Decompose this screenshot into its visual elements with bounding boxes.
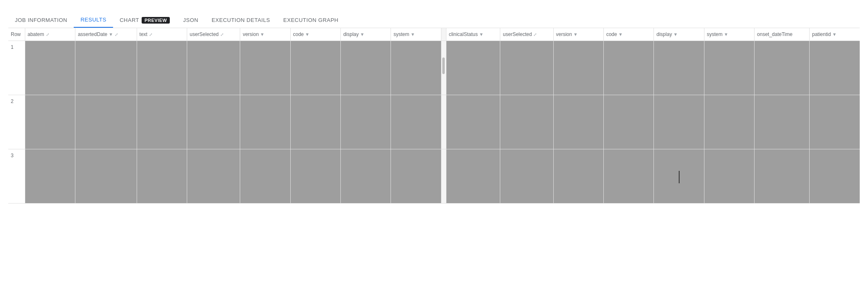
cell-content-abatem-row1 bbox=[25, 41, 75, 95]
cell-content-userSelected2-row1 bbox=[500, 41, 553, 95]
tab-results[interactable]: RESULTS bbox=[74, 12, 113, 28]
cell-version2-row3 bbox=[553, 149, 603, 204]
cell-assertedDate-row3 bbox=[75, 149, 137, 204]
cell-display2-row3 bbox=[654, 149, 704, 204]
cell-display-row2 bbox=[340, 95, 391, 149]
cell-abatem-row3 bbox=[25, 149, 75, 204]
cell-content-system2-row2 bbox=[704, 95, 754, 149]
cell-content-code2-row3 bbox=[604, 149, 653, 203]
cell-content-version-row3 bbox=[240, 149, 290, 203]
sort-icon-system2[interactable]: ▼ bbox=[724, 32, 728, 37]
sort-icon-system[interactable]: ▼ bbox=[410, 32, 415, 37]
cell-divider bbox=[441, 95, 446, 149]
sort-icon-version[interactable]: ▼ bbox=[260, 32, 265, 37]
col-row: Row bbox=[8, 28, 25, 41]
cell-content-userSelected-row2 bbox=[187, 95, 240, 149]
cell-divider bbox=[441, 41, 446, 95]
cell-content-display2-row2 bbox=[654, 95, 704, 149]
cell-abatem-row1 bbox=[25, 41, 75, 95]
col-display: display▼ bbox=[340, 28, 391, 41]
tab-json[interactable]: JSON bbox=[176, 13, 205, 27]
cell-content-abatem-row3 bbox=[25, 149, 75, 203]
cell-code-row3 bbox=[290, 149, 340, 204]
table-row: 3 bbox=[8, 149, 860, 204]
col-system: system▼ bbox=[391, 28, 441, 41]
sort-icon-patientid[interactable]: ▼ bbox=[832, 32, 837, 37]
cell-display-row1 bbox=[340, 41, 391, 95]
sort-icon-assertedDate[interactable]: ▼ bbox=[108, 32, 113, 37]
col-display2: display▼ bbox=[654, 28, 704, 41]
cell-content-text-row2 bbox=[137, 95, 187, 149]
expand-icon-abatem[interactable]: ⤢ bbox=[46, 32, 49, 37]
cell-content-userSelected2-row2 bbox=[500, 95, 553, 149]
tab-chart[interactable]: CHARTPREVIEW bbox=[113, 13, 176, 28]
cell-content-system-row2 bbox=[391, 95, 441, 149]
sort-icon-display2[interactable]: ▼ bbox=[673, 32, 678, 37]
cell-version-row3 bbox=[240, 149, 290, 204]
cell-version-row2 bbox=[240, 95, 290, 149]
sort-icon-code[interactable]: ▼ bbox=[305, 32, 310, 37]
table-wrapper[interactable]: Rowabatem⤢assertedDate▼⤢text⤢userSelecte… bbox=[8, 28, 860, 204]
cell-patientid-row1 bbox=[810, 41, 860, 95]
cell-userSelected2-row3 bbox=[500, 149, 553, 204]
cell-content-clinicalStatus-row2 bbox=[446, 95, 500, 149]
tab-label-execution-graph: EXECUTION GRAPH bbox=[283, 17, 338, 23]
cell-code2-row1 bbox=[603, 41, 653, 95]
cell-userSelected-row1 bbox=[187, 41, 240, 95]
tab-execution-details[interactable]: EXECUTION DETAILS bbox=[205, 13, 277, 27]
cell-content-onset_dateTime-row3 bbox=[755, 149, 809, 203]
expand-icon-text[interactable]: ⤢ bbox=[149, 32, 152, 37]
cell-display-row3 bbox=[340, 149, 391, 204]
scroll-handle[interactable] bbox=[442, 58, 445, 74]
sort-icon-display[interactable]: ▼ bbox=[360, 32, 364, 37]
cell-content-code-row3 bbox=[291, 149, 340, 203]
cell-content-display-row2 bbox=[341, 95, 391, 149]
cell-divider bbox=[441, 149, 446, 204]
expand-icon-assertedDate[interactable]: ⤢ bbox=[115, 32, 118, 37]
expand-icon-userSelected2[interactable]: ⤢ bbox=[533, 32, 537, 37]
sort-icon-clinicalStatus[interactable]: ▼ bbox=[479, 32, 484, 37]
col-version: version▼ bbox=[240, 28, 290, 41]
expand-icon-userSelected[interactable]: ⤢ bbox=[220, 32, 224, 37]
cell-content-assertedDate-row1 bbox=[75, 41, 137, 95]
cell-assertedDate-row1 bbox=[75, 41, 137, 95]
cell-display2-row1 bbox=[654, 41, 704, 95]
cell-content-userSelected-row3 bbox=[187, 149, 240, 203]
cell-content-code2-row1 bbox=[604, 41, 653, 95]
cell-userSelected-row3 bbox=[187, 149, 240, 204]
cell-content-code-row2 bbox=[291, 95, 340, 149]
sort-icon-version2[interactable]: ▼ bbox=[573, 32, 578, 37]
tab-label-results: RESULTS bbox=[80, 17, 106, 23]
cell-content-version-row2 bbox=[240, 95, 290, 149]
tab-job-information[interactable]: JOB INFORMATION bbox=[8, 13, 74, 27]
cell-content-code2-row2 bbox=[604, 95, 653, 149]
col-system2: system▼ bbox=[704, 28, 754, 41]
col-text: text⤢ bbox=[137, 28, 187, 41]
cell-onset_dateTime-row2 bbox=[755, 95, 810, 149]
cell-content-version-row1 bbox=[240, 41, 290, 95]
cell-version2-row2 bbox=[553, 95, 603, 149]
col-patientid: patientid▼ bbox=[810, 28, 860, 41]
cell-content-clinicalStatus-row3 bbox=[446, 149, 500, 203]
cell-abatem-row2 bbox=[25, 95, 75, 149]
cell-userSelected2-row2 bbox=[500, 95, 553, 149]
tab-label-chart: CHART bbox=[120, 17, 139, 23]
tab-execution-graph[interactable]: EXECUTION GRAPH bbox=[277, 13, 345, 27]
tab-badge-chart: PREVIEW bbox=[142, 17, 170, 24]
cell-clinicalStatus-row3 bbox=[446, 149, 500, 204]
cell-content-display-row1 bbox=[341, 41, 391, 95]
cell-content-system-row1 bbox=[391, 41, 441, 95]
col-code: code▼ bbox=[290, 28, 340, 41]
cell-onset_dateTime-row1 bbox=[755, 41, 810, 95]
cell-content-assertedDate-row2 bbox=[75, 95, 137, 149]
cell-content-display2-row3 bbox=[654, 149, 704, 203]
sort-icon-code2[interactable]: ▼ bbox=[618, 32, 623, 37]
cell-system-row2 bbox=[391, 95, 441, 149]
cell-userSelected-row2 bbox=[187, 95, 240, 149]
tabs-bar: JOB INFORMATIONRESULTSCHARTPREVIEWJSONEX… bbox=[8, 12, 860, 28]
col-onset_dateTime: onset_dateTime bbox=[755, 28, 810, 41]
cell-content-userSelected-row1 bbox=[187, 41, 240, 95]
row-num-cell-3: 3 bbox=[8, 149, 25, 204]
cell-content-onset_dateTime-row1 bbox=[755, 41, 809, 95]
cell-assertedDate-row2 bbox=[75, 95, 137, 149]
